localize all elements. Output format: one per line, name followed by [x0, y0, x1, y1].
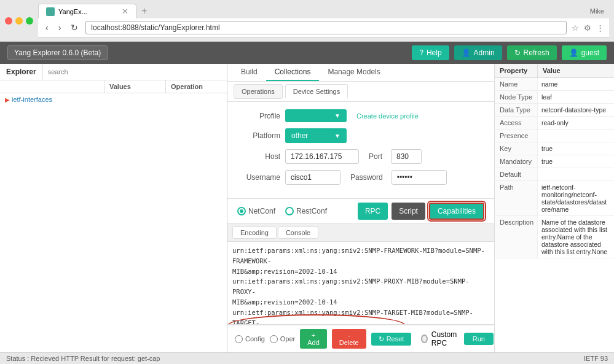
prop-key: Node Type — [495, 91, 538, 103]
prop-key: Path — [495, 181, 538, 215]
refresh-button[interactable]: ↻ Refresh — [507, 45, 557, 60]
favicon-icon — [46, 7, 55, 16]
main-layout: Explorer Values Operation ▶ ietf-interfa… — [0, 64, 614, 352]
content-lines: urn:ietf:params:xml:ns:yang:smiv2:SNMP-F… — [232, 246, 489, 325]
browser-chrome: YangEx... ✕ + Mike ‹ › ↻ ☆ ⚙ ⋮ — [0, 0, 614, 42]
restconf-radio-label[interactable]: RestConf — [285, 207, 327, 215]
restconf-radio[interactable] — [285, 207, 294, 215]
app-title-button[interactable]: Yang Explorer 0.6.0 (Beta) — [7, 45, 108, 60]
property-col-header: Property — [495, 64, 538, 77]
property-row: Presence — [495, 130, 614, 142]
password-input[interactable] — [392, 170, 447, 185]
oper-radio[interactable] — [270, 335, 278, 343]
app-header: Yang Explorer 0.6.0 (Beta) ? Help 👤 Admi… — [0, 42, 614, 64]
tab-title: YangEx... — [58, 8, 87, 15]
extension-icon[interactable]: ⚙ — [584, 23, 591, 33]
new-tab-icon[interactable]: + — [136, 6, 152, 17]
prop-value — [538, 130, 614, 142]
custom-rpc-radio[interactable] — [421, 335, 427, 343]
password-label: Password — [350, 173, 383, 182]
close-button[interactable] — [5, 17, 12, 25]
left-header: Explorer — [0, 64, 227, 80]
config-radio[interactable] — [235, 335, 243, 343]
prop-key: Mandatory — [495, 155, 538, 168]
platform-select[interactable]: other ▼ — [285, 128, 347, 143]
value-col-header: Value — [538, 64, 565, 77]
platform-value: other — [291, 131, 308, 140]
prop-key: Description — [495, 216, 538, 258]
help-icon: ? — [419, 48, 423, 57]
netconf-radio[interactable] — [237, 207, 246, 215]
menu-icon[interactable]: ⋮ — [596, 23, 604, 33]
rpc-button[interactable]: RPC — [358, 203, 388, 220]
profile-row: Profile ▼ Create device profile — [237, 109, 484, 122]
back-button[interactable]: ‹ — [43, 21, 51, 34]
sub-tab-device-settings[interactable]: Device Settings — [285, 84, 348, 99]
content-line: MIB&amp;revision=2002-10-14 — [232, 297, 489, 308]
left-panel: Explorer Values Operation ▶ ietf-interfa… — [0, 64, 227, 352]
user-label: Mike — [590, 7, 609, 15]
header-buttons: ? Help 👤 Admin ↻ Refresh 👤 guest — [412, 45, 607, 60]
search-input[interactable] — [43, 64, 227, 80]
tree-expand-icon: ▶ — [5, 96, 10, 103]
tab-encoding[interactable]: Encoding — [232, 227, 277, 239]
prop-key: Presence — [495, 130, 538, 142]
content-line: MIB&amp;revision=2002-10-14 — [232, 266, 489, 277]
bottom-bar: Config Oper + Add - Delete ↻ Reset Custo… — [227, 325, 494, 352]
help-button[interactable]: ? Help — [412, 45, 449, 60]
property-row: Namename — [495, 78, 614, 91]
script-button[interactable]: Script — [392, 203, 425, 220]
reload-button[interactable]: ↻ — [68, 21, 81, 34]
maximize-button[interactable] — [26, 17, 33, 25]
prop-key: Access — [495, 117, 538, 129]
tab-build[interactable]: Build — [232, 64, 266, 81]
tab-manage-models[interactable]: Manage Models — [319, 64, 388, 81]
port-input[interactable] — [391, 149, 422, 164]
minimize-button[interactable] — [15, 17, 23, 25]
url-bar[interactable] — [85, 21, 567, 34]
property-row: Pathietf-netconf-monitoring/netconf-stat… — [495, 181, 614, 216]
tab-console[interactable]: Console — [278, 227, 318, 239]
bookmark-icon[interactable]: ☆ — [572, 23, 579, 33]
prop-value: ietf-netconf-monitoring/netconf-state/da… — [538, 181, 614, 215]
prop-value: name — [538, 78, 614, 90]
port-label: Port — [369, 152, 382, 161]
sub-tab-operations[interactable]: Operations — [234, 84, 283, 99]
guest-button[interactable]: 👤 guest — [562, 45, 607, 60]
host-label: Host — [237, 152, 280, 161]
operation-col-header: Operation — [166, 80, 208, 93]
username-input[interactable] — [285, 170, 340, 185]
delete-button[interactable]: - Delete — [332, 329, 366, 349]
config-radio-label[interactable]: Config — [235, 335, 265, 343]
content-line: urn:ietf:params:xml:ns:yang:smiv2:SNMP-F… — [232, 246, 489, 266]
property-row: DescriptionName of the datastore associa… — [495, 216, 614, 258]
custom-rpc-section: Custom RPC — [421, 330, 459, 347]
encoding-tab-row: Encoding Console — [227, 224, 494, 242]
add-button[interactable]: + Add — [300, 329, 327, 349]
capabilities-button[interactable]: Capabilities — [429, 203, 484, 220]
prop-value: Name of the datastore associated with th… — [538, 216, 614, 258]
tab-close-icon[interactable]: ✕ — [122, 7, 128, 16]
netconf-radio-label[interactable]: NetConf — [237, 207, 275, 215]
ietf-version: IETF 93 — [584, 355, 608, 362]
content-line: urn:ietf:params:xml:ns:yang:smiv2:SNMP-T… — [232, 308, 489, 325]
run-button[interactable]: Run — [464, 333, 494, 345]
tree-item-ietf-interfaces[interactable]: ▶ ietf-interfaces — [0, 93, 227, 106]
prop-key: Data Type — [495, 104, 538, 116]
credentials-row: Username Password — [237, 170, 484, 185]
admin-button[interactable]: 👤 Admin — [454, 45, 502, 60]
admin-icon: 👤 — [462, 48, 471, 57]
browser-tab[interactable]: YangEx... ✕ — [38, 4, 136, 18]
device-settings-panel: Profile ▼ Create device profile Platform… — [227, 102, 494, 199]
profile-select[interactable]: ▼ — [285, 109, 347, 122]
prop-value: leaf — [538, 91, 614, 103]
reset-icon: ↻ — [379, 335, 384, 343]
oper-radio-label[interactable]: Oper — [270, 335, 295, 343]
traffic-lights — [5, 17, 33, 25]
reset-button[interactable]: ↻ Reset — [371, 333, 412, 346]
tab-collections[interactable]: Collections — [266, 64, 320, 81]
create-profile-link[interactable]: Create device profile — [356, 112, 419, 120]
values-col-header: Values — [104, 80, 166, 93]
host-input[interactable] — [285, 149, 359, 164]
forward-button[interactable]: › — [56, 21, 64, 34]
